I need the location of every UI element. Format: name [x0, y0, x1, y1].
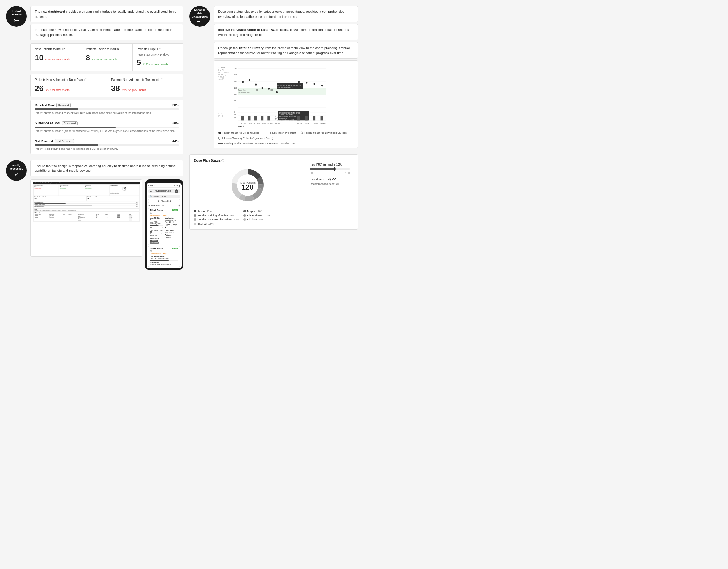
enhance-data-section: Enhance data visualization ➡─ Dose plan … — [189, 6, 358, 148]
desktop-mockup: ■ Home Patient List Patients Patient Man… — [30, 180, 142, 257]
goals-section: Reached Goal Reached 30% Patient enters … — [30, 100, 183, 154]
goal-sustained-header: Sustained At Goal Sustained 56% — [35, 121, 179, 125]
svg-text:(mg/dL): (mg/dL) — [218, 69, 224, 71]
expired-dot — [194, 223, 196, 225]
dose-plan-info-icon: ⓘ — [221, 159, 224, 162]
mock-bar1-fill — [35, 203, 66, 204]
mobile-active-badge-2: Active — [172, 248, 178, 249]
mock-body: New Patients to Insulin 10 -25% vs prev.… — [33, 184, 140, 222]
enhance-desc-2: Improve the visualization of Last FBG to… — [214, 24, 358, 40]
stat-dropout-sublabel: Patient last entry > 14 days — [137, 53, 179, 56]
svg-point-60 — [301, 132, 303, 134]
svg-text:100: 100 — [234, 93, 237, 95]
stat-nonadherent-dose-row: 26 -25% vs prev. month — [35, 84, 103, 93]
legend-starting-dose: Starting Insulin Dose/New dose recommend… — [218, 142, 296, 145]
goal-reached-badge: Reached — [56, 103, 71, 107]
stat-dropout-label: Patients Drop Out — [137, 47, 179, 51]
svg-text:mmol/L): mmol/L) — [218, 78, 224, 80]
disabled-dot — [243, 219, 246, 221]
glucose-dot-8 — [306, 82, 308, 84]
svg-text:09/18/2022 07:30PM(GMT+04:00): 09/18/2022 07:30PM(GMT+04:00) — [278, 84, 301, 86]
easily-desc: Ensure that the design is responsive, ca… — [30, 160, 183, 177]
fbg-range: 90 150 — [310, 172, 350, 175]
discontinued-dot — [243, 214, 246, 217]
device-mockups: ■ Home Patient List Patients Patient Man… — [30, 180, 183, 270]
mobile-last-fbg-value-2: Last FBG (mmol/L): 120 — [150, 258, 178, 260]
mobile-actions-row: Actions Action ▼ — [165, 234, 178, 239]
mock-patient-table: 1 Patients of 10 Dose Plan Status Patien… — [34, 212, 139, 222]
mock-goal-row2: Sustained At Goal Sustained 56% — [35, 204, 138, 205]
svg-text:20: 20 — [234, 116, 236, 118]
svg-text:300: 300 — [234, 67, 237, 69]
left-column: Instant overview ➤● The new dashboard pr… — [6, 6, 183, 270]
mobile-settings-icon: ⚙ — [178, 205, 180, 207]
stat-new-patients-change: -25% vs prev. month — [45, 58, 70, 61]
svg-text:0: 0 — [234, 106, 235, 108]
svg-text:50: 50 — [234, 100, 236, 102]
svg-text:Legend: Legend — [238, 125, 244, 127]
svg-text:80-130 mg/dL,: 80-130 mg/dL, — [218, 74, 228, 76]
goal-sustained-badge: Sustained — [62, 121, 78, 125]
mock-table-body: Affleck Emma32 13/03/2022 Last FBG (mmol… — [35, 215, 138, 221]
stat-nonadherent-dose-change: -25% vs prev. month — [45, 89, 70, 92]
mobile-fbg-target-row: FBG Target Reached Sustained — [150, 238, 163, 244]
mobile-card1-left: Last FBG & Dose Last FBG (mmol/L): 120 3… — [150, 217, 163, 244]
svg-text:23/Sep: 23/Sep — [297, 122, 302, 124]
enhance-desc-3: Redesign the Titration History from the … — [214, 42, 358, 59]
mock-bar2-bg — [35, 205, 138, 205]
mobile-card2-header: Affleck Emma Active — [150, 248, 178, 250]
donut-legend: Active 41% No plan 8% Pending training o… — [194, 210, 288, 225]
stat-nonadherent-treatment-label: Patients Non-Adherent to Treatment ⓘ — [111, 78, 179, 82]
goal-not-reached-title: Not Reached — [35, 140, 53, 143]
mobile-search[interactable]: 🔍 Search Patient — [148, 195, 180, 198]
legend-blood-glucose: Patient Measured Blood Glucose — [218, 131, 259, 134]
svg-text:09/20/2022 07:30PM(GMT+04:00): 09/20/2022 07:30PM(GMT+04:00) — [279, 112, 301, 114]
mobile-action-button[interactable]: Action ▼ — [165, 236, 174, 239]
mobile-active-badge: Active — [172, 209, 178, 211]
chevron-right-icon: ➤● — [13, 18, 19, 23]
mobile-url-bar: ☰ mydosecoach.com LF — [148, 189, 180, 194]
mobile-fbg-range: 31160 — [150, 227, 163, 229]
mobile-filter-button[interactable]: ▦ Filter & Sort — [148, 199, 180, 203]
mobile-fbg-target-label: FBG Target — [150, 238, 163, 239]
mock-table: Dose Plan Status Patient Name ▼ Type Las… — [35, 214, 138, 221]
legend-no-plan: No plan 8% — [243, 210, 288, 213]
mobile-medication-label: Medication — [165, 217, 178, 219]
goal-sustained-bar-fill — [35, 127, 116, 128]
mobile-last-dose: Last dose (Unit): 22 — [150, 230, 163, 233]
goal-reached-title-row: Reached Goal Reached — [35, 103, 71, 107]
svg-text:13/Sep: 13/Sep — [241, 122, 246, 124]
mobile-menu-icon: ☰ — [150, 190, 152, 192]
target-zone — [238, 88, 326, 95]
mobile-fbg-bar-fill — [150, 225, 159, 227]
stats-grid-3col: New Patients to Insulin 10 -25% vs prev.… — [30, 43, 183, 71]
goal-not-reached-pct: 44% — [172, 139, 179, 143]
stat-switch-patients: Patients Swtich to Insulin 8 +25% vs pre… — [81, 44, 132, 71]
svg-text:(Units): (Units) — [218, 115, 223, 117]
goal-reached-bar-fill — [35, 109, 78, 110]
mock-stat-nonadh2: Patients Non-Adherent to Treatment 38 -2… — [87, 196, 139, 201]
mobile-hypos-value: 2 — [165, 226, 178, 229]
mobile-mockup: 9:41 AM 42% ▓ ☰ mydosecoach.com LF — [145, 180, 183, 270]
goal-not-reached-title-row: Not Reached Not Reached — [35, 139, 74, 143]
svg-text:Insulin: Insulin — [218, 113, 224, 115]
dose-plan-title: Dose Plan Status ⓘ — [194, 159, 224, 163]
blood-glucose-icon — [218, 131, 221, 134]
insulin-bar-8 — [313, 116, 316, 120]
dash-icon — [218, 143, 223, 144]
last-dose-label: Last dose (Unit) 22 — [310, 177, 350, 181]
goal-not-reached: Not Reached Not Reached 44% Patient is s… — [35, 139, 179, 151]
glucose-dot-6-highlighted — [276, 91, 278, 93]
mock-donut-svg: 120 — [122, 186, 127, 191]
instant-desc-2: Introduce the new concept of "Goal Attai… — [30, 24, 183, 40]
goal-reached-header: Reached Goal Reached 30% — [35, 103, 179, 107]
svg-text:(shown in 'color'): (shown in 'color') — [238, 92, 250, 93]
legend-expired: Expired 18% — [194, 222, 239, 225]
desktop-mock-inner: ■ Home Patient List Patients Patient Man… — [33, 182, 140, 222]
glucose-dot-10 — [321, 85, 323, 87]
easily-accessible-content: Ensure that the design is responsive, ca… — [30, 160, 183, 270]
mock-stat-3: Patients Drop Out 5 +12% vs prev. month — [84, 185, 109, 196]
stat-new-patients-value-row: 10 -25% vs prev. month — [35, 53, 77, 62]
easily-accessible-section: Easily accessible ✓ Ensure that the desi… — [6, 160, 183, 270]
glucose-dot-4 — [262, 87, 263, 89]
